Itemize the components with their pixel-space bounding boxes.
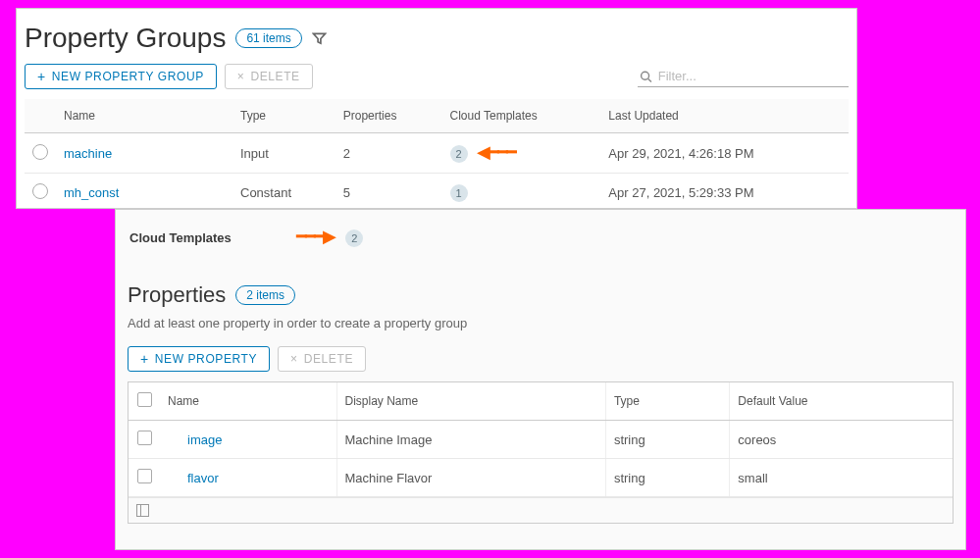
row-type: Constant: [232, 174, 335, 213]
delete-label: DELETE: [250, 70, 299, 83]
svg-point-0: [642, 72, 649, 79]
row-name-link[interactable]: mh_const: [64, 185, 119, 200]
delete-property-button: × DELETE: [278, 346, 366, 372]
new-property-button[interactable]: + NEW PROPERTY: [128, 346, 270, 372]
property-default: small: [730, 459, 953, 497]
row-checkbox[interactable]: [137, 431, 152, 445]
toolbar: + NEW PROPERTY GROUP × DELETE: [25, 64, 849, 89]
select-all-checkbox[interactable]: [137, 392, 152, 407]
table-header-row: Name Type Properties Cloud Templates Las…: [25, 99, 849, 133]
property-type: string: [605, 459, 729, 497]
properties-subtext: Add at least one property in order to cr…: [128, 316, 954, 330]
col-default-value[interactable]: Default Value: [730, 382, 953, 421]
close-icon: ×: [237, 70, 245, 83]
col-type[interactable]: Type: [605, 382, 729, 421]
new-property-label: NEW PROPERTY: [155, 352, 257, 366]
table-row[interactable]: machine Input 2 2 ◀━━━ Apr 29, 2021, 4:2…: [25, 133, 849, 174]
row-updated: Apr 29, 2021, 4:26:18 PM: [600, 133, 849, 174]
cloud-templates-row: Cloud Templates ━━━▶ 2: [128, 228, 954, 247]
properties-toolbar: + NEW PROPERTY × DELETE: [128, 346, 954, 372]
row-updated: Apr 27, 2021, 5:29:33 PM: [600, 174, 849, 213]
plus-icon: +: [37, 70, 46, 83]
row-props: 2: [335, 133, 442, 174]
property-type: string: [605, 421, 729, 459]
col-properties[interactable]: Properties: [335, 99, 442, 133]
property-name-link[interactable]: image: [187, 432, 222, 447]
new-property-group-button[interactable]: + NEW PROPERTY GROUP: [25, 64, 217, 89]
annotation-arrow-icon: ━━━▶: [296, 227, 335, 246]
title-bar: Property Groups 61 items: [25, 23, 849, 54]
property-name-link[interactable]: flavor: [187, 471, 219, 485]
property-display: Machine Image: [336, 421, 605, 459]
svg-line-1: [648, 78, 651, 81]
table-footer: [129, 497, 953, 523]
row-radio[interactable]: [32, 183, 48, 199]
row-radio[interactable]: [32, 144, 48, 160]
annotation-arrow-icon: ◀━━━: [477, 142, 515, 162]
table-row[interactable]: image Machine Image string coreos: [129, 421, 953, 459]
filter-search[interactable]: [638, 66, 849, 87]
search-icon: [640, 70, 652, 83]
col-display-name[interactable]: Display Name: [336, 382, 605, 421]
page-title: Property Groups: [25, 23, 226, 54]
delete-property-label: DELETE: [304, 352, 353, 366]
property-display: Machine Flavor: [336, 459, 605, 497]
funnel-icon[interactable]: [312, 30, 327, 46]
filter-input[interactable]: [658, 69, 847, 83]
properties-table-wrap: Name Display Name Type Default Value ima…: [128, 381, 954, 524]
detail-panel: Cloud Templates ━━━▶ 2 Properties 2 item…: [115, 209, 966, 550]
column-picker-icon[interactable]: [136, 504, 149, 517]
table-row[interactable]: mh_const Constant 5 1 Apr 27, 2021, 5:29…: [25, 174, 849, 213]
col-name[interactable]: Name: [56, 99, 232, 133]
item-count-pill: 61 items: [235, 28, 301, 48]
plus-icon: +: [140, 352, 149, 366]
properties-title: Properties: [128, 282, 226, 308]
table-row[interactable]: flavor Machine Flavor string small: [129, 459, 953, 497]
row-name-link[interactable]: machine: [64, 146, 112, 161]
delete-button: × DELETE: [225, 64, 313, 89]
col-cloud-templates[interactable]: Cloud Templates: [442, 99, 601, 133]
close-icon: ×: [290, 352, 298, 366]
property-groups-panel: Property Groups 61 items + NEW PROPERTY …: [16, 8, 857, 209]
row-type: Input: [232, 133, 335, 174]
row-props: 5: [335, 174, 442, 213]
properties-table: Name Display Name Type Default Value ima…: [129, 382, 953, 497]
cloud-templates-count-badge[interactable]: 2: [345, 229, 363, 247]
col-last-updated[interactable]: Last Updated: [600, 99, 849, 133]
row-checkbox[interactable]: [137, 469, 152, 483]
cloud-templates-label: Cloud Templates: [129, 230, 232, 245]
col-name[interactable]: Name: [160, 382, 336, 421]
properties-count-pill: 2 items: [235, 285, 295, 305]
new-property-group-label: NEW PROPERTY GROUP: [52, 70, 204, 83]
property-groups-table: Name Type Properties Cloud Templates Las…: [25, 99, 849, 212]
table-header-row: Name Display Name Type Default Value: [129, 382, 953, 421]
properties-header: Properties 2 items: [128, 282, 954, 308]
property-default: coreos: [730, 421, 953, 459]
templates-badge[interactable]: 1: [450, 184, 468, 202]
col-type[interactable]: Type: [232, 99, 335, 133]
templates-badge[interactable]: 2: [450, 145, 468, 163]
